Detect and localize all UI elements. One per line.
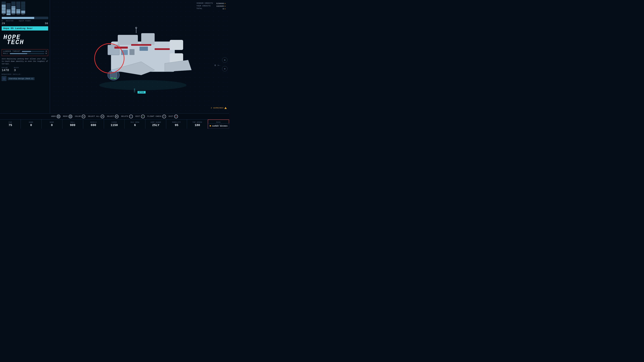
stat-bar (10, 53, 44, 54)
select-all-btn-circle[interactable]: LB (100, 115, 104, 118)
stat-par-label: PAR (9, 121, 12, 123)
watermark-icon: ⚑ (210, 124, 211, 128)
stat-none-1-label: NONE (29, 121, 33, 123)
bar-cell (2, 9, 6, 10)
stat-par: PAR 75 (0, 119, 21, 129)
stat-hull-value: 909 (70, 123, 75, 127)
warnings-text: 2 WARNINGS (211, 107, 224, 109)
bar-cell (16, 12, 20, 13)
power-bar-eng: ENG (12, 2, 16, 15)
stat-mobility: MOBILITY 95 (166, 119, 187, 129)
redo-label: REDO (63, 115, 68, 117)
equip-power-value: 30 (45, 22, 48, 25)
bar-cell (16, 11, 20, 12)
equip-power-label: EQUIP POWER (19, 20, 30, 22)
crosshair-icon-bottom[interactable]: ⊕ (222, 66, 228, 71)
bar-cell-empty (16, 6, 20, 7)
bar-cell-empty (21, 2, 25, 3)
stat-value: 4 (46, 50, 46, 52)
bar-cell-empty (21, 9, 25, 10)
zero-indicator: 0 >- (214, 64, 221, 67)
stat-par-value: 75 (8, 123, 12, 127)
redo-btn-circle[interactable] (68, 115, 72, 118)
exit-button[interactable]: EXIT B (169, 115, 178, 118)
bar-cell-empty (12, 2, 16, 3)
vendor-credits-label: VENDOR CREDITS (196, 2, 213, 4)
ship-container: W82 ST80 (81, 13, 198, 97)
exit-btn-circle[interactable]: B (174, 115, 178, 118)
bar-cell-empty (21, 6, 25, 7)
edit-btn-circle[interactable]: A (141, 115, 145, 118)
svg-rect-20 (114, 78, 116, 79)
bar-cell (21, 12, 25, 13)
select-btn-circle[interactable]: RB (115, 115, 118, 118)
stat-max-crew-value: 6 (134, 123, 136, 127)
mass-value: 3 (14, 68, 19, 72)
warnings-badge: 2 WARNINGS (211, 107, 227, 109)
select-button[interactable]: SELECT RB (107, 115, 118, 118)
stat-none-1: NONE 0 (21, 119, 42, 129)
stat-cargo: CARGO 1150 (104, 119, 125, 129)
stat-mass-label: MASS (216, 121, 221, 123)
delete-btn-circle[interactable]: X (129, 115, 133, 118)
stat-hull: HULL 909 (62, 119, 83, 129)
edit-label: EDIT (136, 115, 140, 117)
color-button[interactable]: COLOR LS (75, 115, 85, 118)
color-btn-circle[interactable]: LS (82, 115, 85, 118)
svg-rect-13 (130, 49, 134, 55)
exit-label: EXIT (169, 115, 174, 117)
bar-cell-empty (6, 6, 10, 7)
svg-rect-18 (110, 71, 117, 78)
stat-top-speed-value: 180 (194, 123, 200, 127)
redo-button[interactable]: REDO (63, 115, 72, 118)
total-credits-value: 0⊙ (223, 8, 226, 10)
right-icons-panel[interactable]: ⊕ ⊕ (222, 57, 228, 71)
svg-rect-9 (114, 46, 128, 49)
vendor-credits-value: 520999⊙ (216, 2, 226, 4)
stat-name: HULL (3, 53, 8, 54)
ship-ground-label: W82 ST80 (134, 89, 146, 93)
bar-cell (12, 8, 16, 9)
edit-button[interactable]: EDIT A (136, 115, 145, 118)
power-bar-2 (6, 3, 10, 15)
bar-cell (6, 9, 10, 11)
credits-panel: VENDOR CREDITS 520999⊙ YOUR CREDITS 1926… (196, 2, 226, 10)
color-label: COLOR (75, 115, 81, 117)
bar-cell (16, 9, 20, 10)
required-skills-label: REQUIRED SKILLS: (2, 73, 48, 75)
power-bar-shd: SHD (16, 2, 20, 15)
svg-rect-19 (111, 78, 113, 79)
bar-cell-empty (16, 2, 20, 3)
stat-shield: SHIELD 690 (83, 119, 104, 129)
bar-cell-empty (2, 3, 6, 4)
undo-button[interactable]: UNDO (51, 115, 60, 118)
skill-item: ⬡ Starship Design (Rank 1) (2, 76, 48, 81)
crosshair-icon-top[interactable]: ⊕ (222, 57, 228, 63)
stat-cargo-value: 1150 (110, 123, 118, 127)
flight-check-button[interactable]: FLIGHT CHECK ≡ (148, 115, 166, 118)
bar-cell (2, 5, 6, 6)
left-panel: W0 (0, 0, 50, 129)
ship-viewport: W82 ST80 (50, 0, 229, 110)
delete-button[interactable]: DELETE X (121, 115, 133, 118)
bar-cell (12, 9, 16, 10)
stat-top-speed-label: TOP SPEED (192, 121, 202, 123)
svg-rect-12 (121, 50, 128, 55)
stat-shield-label: SHIELD (90, 121, 96, 123)
bar-cell (12, 11, 16, 12)
stat-mobility-value: 95 (175, 123, 178, 127)
value-mass-row: VALUE 1470 MASS 3 (2, 67, 48, 72)
stat-none-2-value: 0 (51, 123, 53, 127)
flight-check-btn-circle[interactable]: ≡ (162, 115, 166, 118)
stat-jump-range-value: 25LY (152, 123, 159, 127)
skill-icon: ⬡ (2, 76, 6, 81)
bar-cell (6, 11, 10, 12)
item-name-bar: Hope 55 Landing Gear (2, 26, 48, 30)
bar-cell (2, 12, 6, 13)
select-all-button[interactable]: SELECT ALL LB (88, 115, 104, 118)
bar-cell (21, 11, 25, 12)
manufacturer-logo: HOPE TECH (2, 32, 48, 47)
undo-label: UNDO (51, 115, 56, 117)
undo-btn-circle[interactable] (57, 115, 60, 118)
bar-cell-empty (2, 2, 6, 3)
